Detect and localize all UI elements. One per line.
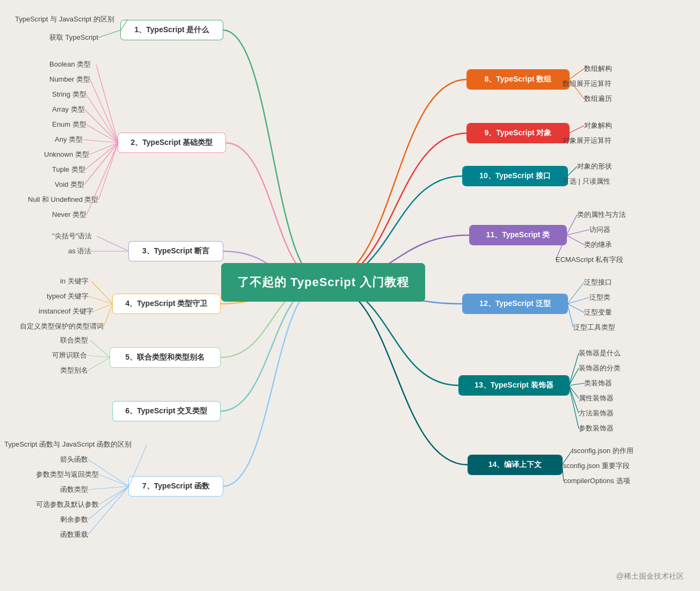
center-title: 了不起的 TypeScript 入门教程 [237,274,409,290]
watermark: @稀土掘金技术社区 [616,572,684,581]
center-node: 了不起的 TypeScript 入门教程 [221,263,425,302]
